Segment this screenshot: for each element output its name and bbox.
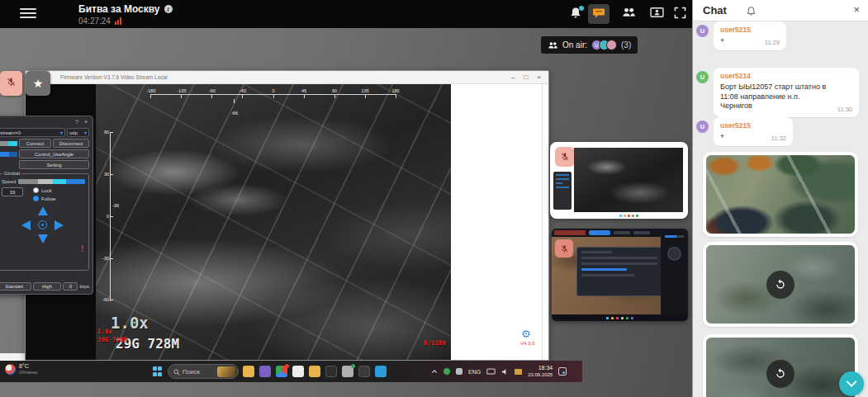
chat-panel: Chat × U user5215 + 11:29 U user5214 Бор…	[692, 0, 868, 397]
chat-image-attachment[interactable]	[703, 152, 858, 237]
participants-button[interactable]	[618, 4, 639, 24]
connect-button[interactable]: Connect	[19, 139, 51, 148]
warning-icon: !	[81, 244, 83, 253]
protocol-select[interactable]: udp ▾	[67, 128, 89, 137]
weather-widget[interactable]: 8°C Облачно	[5, 363, 37, 376]
setting-button[interactable]: Setting	[19, 160, 89, 169]
chevron-down-icon	[846, 376, 857, 391]
gimbal-down-button[interactable]	[38, 234, 48, 243]
mic-off-icon	[6, 76, 17, 91]
image-reload-button[interactable]	[766, 271, 794, 299]
share-screen-button[interactable]	[646, 4, 667, 24]
osd-zoom-level-red: 1.0x	[97, 328, 112, 335]
control-useangle-button[interactable]: Control_UseAngle	[19, 149, 89, 158]
disconnect-button[interactable]: Disconnect	[53, 139, 89, 148]
app-icon-blue[interactable]	[375, 366, 387, 377]
bitrate-value-field[interactable]: 0	[63, 282, 78, 291]
tray-clock[interactable]: 18:34 23.09.2025	[528, 365, 553, 378]
tray-folder-icon[interactable]	[515, 369, 522, 375]
people-icon	[548, 38, 558, 53]
window-maximize-button[interactable]: □	[524, 74, 528, 81]
app-version-label: V4.3.0	[520, 341, 534, 346]
gimbal-center-button[interactable]	[38, 220, 47, 229]
image-reload-button[interactable]	[766, 360, 794, 388]
folder-icon[interactable]	[243, 366, 254, 377]
tray-display-icon[interactable]	[486, 368, 496, 376]
chat-title: Chat	[703, 4, 727, 17]
window-scrollbar[interactable]	[542, 84, 543, 360]
message-username[interactable]: user5214	[720, 72, 852, 80]
mini-settings-dialog	[576, 247, 662, 296]
terminal-icon[interactable]	[325, 366, 337, 377]
window-close-button[interactable]: ×	[537, 74, 541, 81]
star-icon: ★	[33, 77, 44, 90]
top-bar: Битва за Москву i 04:27:24	[0, 0, 692, 28]
gimbal-dpad	[18, 204, 69, 246]
on-air-count: (3)	[621, 40, 631, 50]
scroll-to-bottom-button[interactable]	[839, 371, 864, 396]
tray-app-icon-green[interactable]	[443, 368, 450, 375]
message-text: Борт ЫЫ12057 старт штатно в 11:08 направ…	[720, 83, 852, 111]
tray-app-icon-gray[interactable]	[456, 368, 462, 375]
avatar	[606, 40, 617, 50]
panel-close-button[interactable]: ×	[84, 119, 88, 125]
files-icon[interactable]	[309, 366, 320, 377]
window-title: Firmware Version V3.7.6 Video Stream Loc…	[26, 74, 511, 80]
browser-icon[interactable]	[276, 366, 287, 377]
notifications-button[interactable]	[565, 4, 586, 24]
chat-close-button[interactable]: ×	[853, 3, 860, 16]
speed-slider[interactable]	[18, 179, 85, 184]
chat-message: user5215 + 11:29	[714, 21, 786, 50]
gimbal-up-button[interactable]	[38, 206, 48, 215]
start-button[interactable]	[153, 366, 163, 376]
compass-scale: -180 -135 -90 -45 0 45 90 135 180 -66	[144, 88, 403, 98]
chat-image-attachment[interactable]	[703, 242, 858, 327]
info-icon[interactable]: i	[164, 5, 173, 13]
message-username[interactable]: user5215	[720, 121, 786, 130]
session-title-block: Битва за Москву i 04:27:24	[78, 3, 173, 26]
participant-thumbnail-1[interactable]	[550, 142, 688, 219]
speed-label: Speed	[2, 179, 16, 184]
message-time: 11:30	[837, 106, 852, 113]
gimbal-right-button[interactable]	[55, 220, 64, 230]
thermal-video-feed: -180 -135 -90 -45 0 45 90 135 180 -66	[96, 84, 451, 360]
app-icon-badged[interactable]	[342, 366, 353, 377]
mic-muted-badge[interactable]	[0, 71, 22, 96]
gimbal-left-button[interactable]	[21, 220, 31, 230]
window-minimize-button[interactable]: –	[511, 74, 515, 81]
participant-thumbnail-2[interactable]	[552, 229, 688, 321]
on-air-indicator[interactable]: On air: U (3)	[541, 36, 638, 54]
avatar: U	[696, 71, 709, 83]
system-tray: ENG 18:34 23.09.2025	[428, 361, 567, 382]
signal-meter	[0, 141, 17, 146]
notification-center-icon[interactable]	[558, 367, 567, 376]
messenger-icon[interactable]	[259, 366, 271, 377]
taskbar-search[interactable]: Поиск	[168, 364, 239, 379]
lock-radio[interactable]: Lock	[33, 187, 55, 193]
gear-icon[interactable]: ⚙	[521, 328, 531, 339]
follow-radio[interactable]: Follow	[33, 196, 55, 201]
avatar: U	[696, 121, 709, 133]
app-icon-dark[interactable]	[358, 366, 370, 377]
pin-favorite-button[interactable]: ★	[26, 71, 50, 96]
message-username[interactable]: user5215	[720, 26, 780, 34]
tray-language[interactable]: ENG	[468, 369, 481, 375]
preset-high-button[interactable]: High	[33, 282, 62, 291]
chat-notification-bell-icon[interactable]	[746, 5, 757, 20]
chat-toggle-button[interactable]	[588, 4, 609, 24]
chat-messages: U user5215 + 11:29 U user5214 Борт ЫЫ120…	[693, 21, 868, 397]
tray-expand-icon[interactable]	[431, 369, 438, 374]
menu-icon[interactable]	[20, 8, 36, 20]
chat-bubble-icon	[592, 7, 605, 22]
people-icon	[622, 7, 636, 21]
speed-value-field[interactable]: 33	[2, 187, 23, 196]
fullscreen-button[interactable]	[669, 4, 690, 24]
signal-meter	[0, 152, 17, 157]
tray-volume-icon[interactable]	[501, 368, 509, 376]
preset-standart-button[interactable]: Standart	[0, 282, 31, 291]
stream-select[interactable]: stream=0 ▾	[0, 128, 65, 137]
chat-image-attachment[interactable]	[703, 334, 858, 397]
osd-zoom-level: 1.0x	[111, 314, 149, 332]
mail-icon[interactable]	[292, 366, 304, 377]
panel-help-button[interactable]: ?	[75, 119, 78, 125]
